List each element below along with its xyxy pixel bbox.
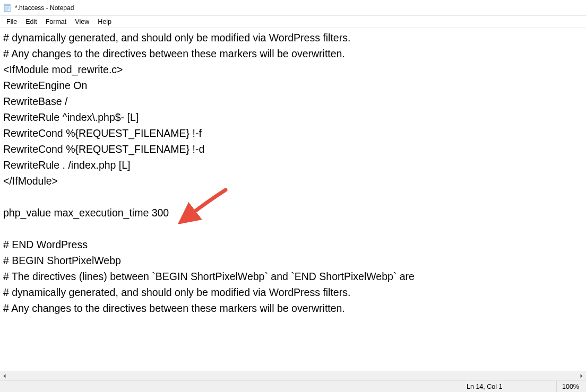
titlebar: *.htaccess - Notepad — [0, 0, 586, 16]
svg-rect-1 — [4, 4, 10, 6]
scroll-right-icon[interactable] — [576, 371, 586, 381]
scroll-left-icon[interactable] — [0, 371, 10, 381]
editor-text[interactable]: # dynamically generated, and should only… — [0, 28, 586, 318]
editor-area[interactable]: # dynamically generated, and should only… — [0, 28, 586, 371]
horizontal-scrollbar[interactable] — [0, 371, 586, 380]
menu-file[interactable]: File — [2, 17, 21, 27]
menu-view[interactable]: View — [71, 17, 93, 27]
menu-format[interactable]: Format — [41, 17, 71, 27]
status-position: Ln 14, Col 1 — [461, 381, 556, 392]
menu-help[interactable]: Help — [93, 17, 116, 27]
statusbar: Ln 14, Col 1 100% — [0, 380, 586, 392]
status-zoom: 100% — [556, 381, 586, 392]
menubar: File Edit Format View Help — [0, 16, 586, 28]
menu-edit[interactable]: Edit — [21, 17, 41, 27]
notepad-icon — [3, 4, 12, 12]
window-title: *.htaccess - Notepad — [15, 4, 74, 12]
